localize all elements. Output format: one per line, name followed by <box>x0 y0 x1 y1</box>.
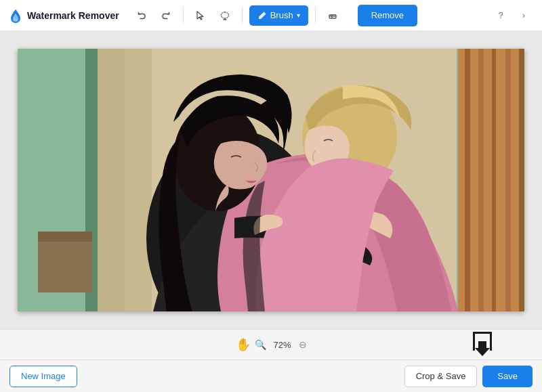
lasso-tool-button[interactable] <box>215 5 235 26</box>
footer-right: Crop & Save Save <box>404 366 533 387</box>
image-container <box>18 49 524 311</box>
eraser-button[interactable] <box>322 5 343 26</box>
brush-button[interactable]: Brush ▾ <box>249 5 308 26</box>
pan-icon[interactable]: ✋ <box>236 337 251 352</box>
svg-rect-15 <box>38 232 92 242</box>
canvas-area <box>0 31 542 329</box>
undo-button[interactable] <box>131 5 152 26</box>
more-button[interactable]: › <box>514 5 534 26</box>
status-bar: ✋ 🔍 72% ⊖ <box>0 329 542 360</box>
svg-rect-11 <box>519 49 524 311</box>
download-arrow <box>470 330 495 360</box>
svg-rect-22 <box>490 332 492 351</box>
select-tool-button[interactable] <box>190 5 211 26</box>
svg-rect-20 <box>473 332 492 334</box>
undo-icon <box>136 10 147 21</box>
illustration <box>18 49 524 311</box>
svg-rect-21 <box>473 332 475 351</box>
svg-rect-9 <box>492 49 496 311</box>
svg-rect-7 <box>465 49 470 311</box>
remove-button[interactable]: Remove <box>358 5 417 26</box>
help-button[interactable]: ? <box>491 5 511 26</box>
divider-3 <box>315 7 316 24</box>
select-icon <box>195 10 206 21</box>
zoom-controls: ✋ 🔍 72% ⊖ <box>236 337 307 352</box>
eraser-icon <box>327 10 338 21</box>
svg-rect-10 <box>505 49 511 311</box>
redo-button[interactable] <box>156 5 176 26</box>
svg-rect-19 <box>98 49 125 311</box>
new-image-button[interactable]: New Image <box>9 366 77 387</box>
divider-2 <box>242 7 243 24</box>
footer: New Image Crop & Save Save <box>0 360 542 392</box>
download-arrow-icon <box>470 332 495 359</box>
brush-icon <box>257 11 267 20</box>
lasso-icon <box>220 10 230 21</box>
zoom-in-icon[interactable]: ⊖ <box>299 339 307 350</box>
zoom-out-icon[interactable]: 🔍 <box>255 339 266 350</box>
app-title: Watermark Remover <box>27 10 119 21</box>
svg-rect-8 <box>478 49 484 311</box>
app-logo-icon <box>8 8 23 23</box>
svg-marker-23 <box>475 341 490 356</box>
toolbar-right-actions: ? › <box>491 5 534 26</box>
svg-marker-0 <box>197 12 203 20</box>
zoom-level: 72% <box>270 340 295 350</box>
divider-1 <box>183 7 184 24</box>
toolbar: Watermark Remover Brush ▾ <box>0 0 542 31</box>
app-logo: Watermark Remover <box>8 8 119 23</box>
crop-save-button[interactable]: Crop & Save <box>404 366 478 387</box>
save-button[interactable]: Save <box>482 366 533 387</box>
svg-rect-14 <box>38 238 92 292</box>
main-image <box>18 49 524 311</box>
redo-icon <box>161 10 171 21</box>
